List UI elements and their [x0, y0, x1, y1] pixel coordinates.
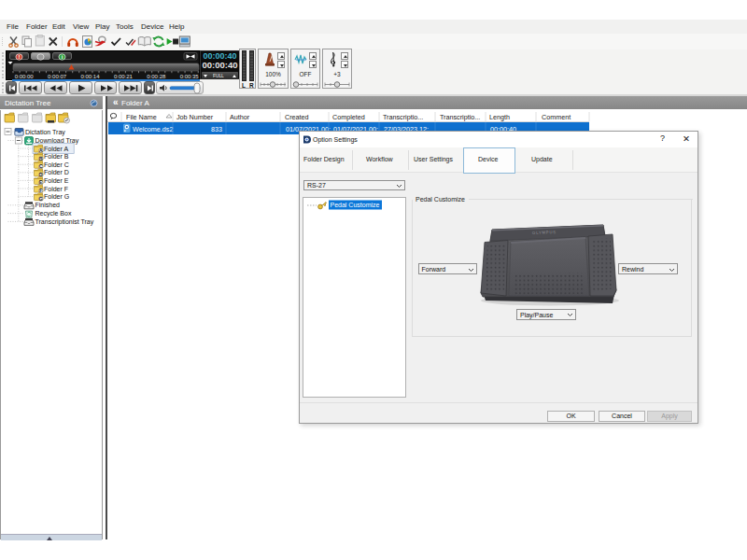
svg-text:B: B — [39, 157, 43, 161]
svg-text:0:00:28: 0:00:28 — [147, 74, 166, 79]
svg-text:Transcriptio...: Transcriptio... — [440, 113, 480, 121]
svg-text:0:00:35: 0:00:35 — [180, 74, 200, 79]
svg-text:Folder D: Folder D — [44, 169, 69, 175]
svg-text:833: 833 — [211, 125, 222, 133]
svg-text:0:00:14: 0:00:14 — [80, 74, 100, 79]
svg-text:Job Number: Job Number — [176, 113, 214, 121]
svg-text:0:00:07: 0:00:07 — [48, 74, 67, 79]
svg-text:Comment: Comment — [542, 113, 571, 121]
svg-text:D: D — [39, 173, 43, 177]
svg-text:0:00:00: 0:00:00 — [15, 74, 35, 79]
svg-text:Folder C: Folder C — [44, 161, 69, 168]
svg-text:OLYMPUS: OLYMPUS — [532, 230, 557, 235]
svg-text:Created: Created — [285, 113, 309, 121]
svg-text:Folder E: Folder E — [44, 177, 69, 184]
svg-text:Folder B: Folder B — [44, 153, 69, 160]
svg-text:Author: Author — [230, 113, 250, 121]
svg-text:Folder F: Folder F — [44, 186, 68, 192]
svg-text:Transcriptionist Tray: Transcriptionist Tray — [35, 218, 94, 226]
svg-text:Completed: Completed — [332, 113, 365, 121]
svg-text:G: G — [39, 197, 43, 202]
svg-text:Finished: Finished — [35, 202, 61, 208]
svg-text:Recycle Box: Recycle Box — [35, 210, 72, 217]
svg-text:Folder A: Folder A — [44, 146, 68, 152]
svg-text:F: F — [39, 189, 42, 193]
svg-text:Dictation Tray: Dictation Tray — [25, 129, 65, 136]
svg-text:Folder G: Folder G — [44, 193, 69, 200]
svg-text:Length: Length — [489, 113, 510, 121]
svg-text:Pedal Customize: Pedal Customize — [330, 202, 379, 208]
svg-text:Welcome.ds2: Welcome.ds2 — [133, 125, 173, 133]
svg-text:!: ! — [19, 54, 21, 60]
svg-text:C: C — [39, 164, 43, 169]
svg-text:A: A — [39, 148, 43, 153]
svg-text:File Name: File Name — [126, 113, 157, 121]
svg-text:Transcriptio...: Transcriptio... — [383, 113, 423, 121]
svg-text:0:00:21: 0:00:21 — [114, 74, 134, 79]
